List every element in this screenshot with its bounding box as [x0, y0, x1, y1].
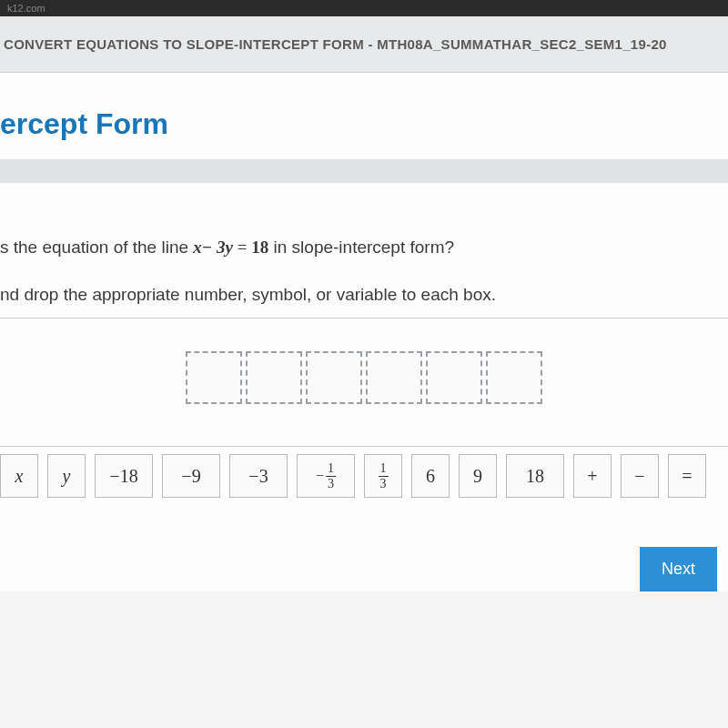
- drop-slot[interactable]: [246, 351, 302, 404]
- tile-minus[interactable]: −: [621, 454, 659, 498]
- tile--3[interactable]: −3: [229, 454, 288, 498]
- tile-6[interactable]: 6: [411, 454, 450, 498]
- instruction-text: nd drop the appropriate number, symbol, …: [0, 285, 728, 318]
- drop-zone[interactable]: [186, 351, 542, 404]
- drop-zone-container: [0, 318, 728, 446]
- tile-row: xy−18−9−3−13136918+−=: [0, 447, 728, 498]
- next-button[interactable]: Next: [640, 547, 717, 592]
- breadcrumb: CONVERT EQUATIONS TO SLOPE-INTERCEPT FOR…: [0, 36, 728, 52]
- section-band: [0, 159, 728, 183]
- tile-y[interactable]: y: [47, 454, 86, 498]
- drop-slot[interactable]: [306, 351, 362, 404]
- tile-plus[interactable]: +: [573, 454, 612, 498]
- tile-x[interactable]: x: [0, 454, 38, 498]
- content-area: ercept Form s the equation of the line x…: [0, 73, 728, 592]
- tile--18[interactable]: −18: [95, 454, 153, 498]
- drop-slot[interactable]: [486, 351, 542, 404]
- page-title: ercept Form: [0, 73, 728, 159]
- course-header: CONVERT EQUATIONS TO SLOPE-INTERCEPT FOR…: [0, 16, 728, 73]
- tile-18[interactable]: 18: [506, 454, 564, 498]
- browser-address-fragment: k12.com: [0, 0, 728, 16]
- tile--1/3[interactable]: −13: [297, 454, 355, 498]
- drop-slot[interactable]: [366, 351, 422, 404]
- tile-1/3[interactable]: 13: [364, 454, 402, 498]
- drop-slot[interactable]: [426, 351, 482, 404]
- tile-9[interactable]: 9: [459, 454, 497, 498]
- drop-slot[interactable]: [186, 351, 242, 404]
- tile-equals[interactable]: =: [668, 454, 706, 498]
- tile--9[interactable]: −9: [162, 454, 220, 498]
- question-text: s the equation of the line x− 3y = 18 in…: [0, 238, 728, 285]
